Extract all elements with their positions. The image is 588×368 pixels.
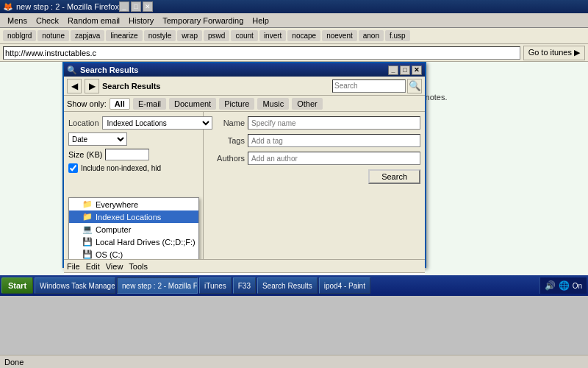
forward-button[interactable]: ▶ [85, 79, 99, 93]
include-checkbox[interactable] [68, 163, 78, 173]
start-button[interactable]: Start [1, 277, 33, 294]
search-menu-view[interactable]: View [106, 262, 123, 271]
date-row: Date [68, 132, 198, 146]
dropdown-os-c[interactable]: 💾 OS (C:) [69, 248, 198, 259]
name-row: Name [208, 116, 420, 130]
bookmark-nocape[interactable]: nocape [287, 30, 320, 41]
taskbar-f33[interactable]: F33 [233, 277, 256, 294]
status-text: Done [4, 358, 24, 367]
address-bar: Go to itunes ▶ [0, 44, 588, 62]
computer-icon: 💻 [82, 224, 93, 234]
search-menu-tools[interactable]: Tools [129, 262, 148, 271]
show-only-bar: Show only: All E-mail Document Picture M… [64, 96, 425, 112]
bookmark-notune[interactable]: notune [37, 30, 69, 41]
status-bar: Done [0, 355, 588, 368]
bookmark-anon[interactable]: anon [359, 30, 384, 41]
bookmark-invert[interactable]: invert [259, 30, 286, 41]
tray-icon-1: 🔊 [545, 280, 556, 291]
bookmark-zapjava[interactable]: zapjava [71, 30, 104, 41]
search-menu-edit[interactable]: Edit [86, 262, 100, 271]
search-right-panel: Name Tags Authors Search [204, 112, 425, 259]
maximize-button[interactable]: □ [131, 1, 141, 12]
bookmark-fusp[interactable]: f.usp [385, 30, 410, 41]
location-label: Location [68, 118, 99, 127]
menu-history[interactable]: History [124, 15, 158, 26]
minimize-button[interactable]: _ [119, 1, 129, 12]
search-body: Location Indexed Locations Everywhere Co… [64, 112, 425, 259]
include-label: Include non-indexed, hid [81, 164, 161, 172]
dropdown-indexed-locations[interactable]: 📁 Indexed Locations [69, 210, 198, 223]
menu-mens[interactable]: Mens [3, 15, 32, 26]
taskbar-firefox[interactable]: new step : 2 - Mozilla Fire... [117, 277, 198, 294]
drive-icon: 💾 [82, 237, 93, 247]
authors-row: Authors [208, 152, 420, 165]
browser-menu-bar: Mens Check Random email History Temporar… [0, 13, 588, 28]
bookmark-count[interactable]: count [231, 30, 257, 41]
bookmark-pswd[interactable]: pswd [204, 30, 229, 41]
dropdown-computer[interactable]: 💻 Computer [69, 223, 198, 236]
browser-title-icon: 🦊 [3, 2, 13, 12]
size-label: Size (KB) [68, 150, 102, 159]
search-minimize-button[interactable]: _ [388, 66, 398, 75]
bookmark-linearize[interactable]: linearize [106, 30, 142, 41]
name-label: Name [208, 118, 245, 127]
taskbar: Start Windows Task Manager new step : 2 … [0, 275, 588, 296]
tab-email[interactable]: E-mail [133, 98, 166, 110]
tab-other[interactable]: Other [292, 98, 323, 110]
tray-icon-2: 🌐 [559, 280, 570, 291]
search-box-right: 🔍 [332, 79, 422, 93]
taskbar-task-manager[interactable]: Windows Task Manager [35, 277, 115, 294]
system-tray: 🔊 🌐 On [539, 277, 587, 294]
search-window-title-bar: 🔍 Search Results _ □ ✕ [64, 63, 425, 77]
authors-label: Authors [208, 154, 245, 163]
close-button[interactable]: ✕ [143, 1, 153, 12]
folder-icon: 📁 [82, 199, 93, 209]
search-input-top[interactable] [332, 79, 406, 93]
search-menu-file[interactable]: File [67, 262, 80, 271]
tab-music[interactable]: Music [257, 98, 289, 110]
go-button[interactable]: Go to itunes ▶ [523, 46, 585, 60]
authors-input[interactable] [248, 152, 420, 165]
location-select[interactable]: Indexed Locations Everywhere Computer Lo… [102, 116, 212, 130]
date-select[interactable]: Date [68, 132, 127, 146]
tags-input[interactable] [248, 134, 420, 147]
folder-icon-2: 📁 [82, 212, 93, 222]
taskbar-itunes[interactable]: iTunes [199, 277, 232, 294]
search-maximize-button[interactable]: □ [400, 66, 410, 75]
taskbar-search-results[interactable]: Search Results [257, 277, 318, 294]
search-results-label: Search Results [102, 82, 329, 91]
tab-all[interactable]: All [110, 98, 130, 110]
menu-help[interactable]: Help [248, 15, 273, 26]
tags-row: Tags [208, 134, 420, 147]
tags-label: Tags [208, 136, 245, 145]
search-window-controls: _ □ ✕ [388, 66, 422, 75]
dropdown-local-hard-drives[interactable]: 💾 Local Hard Drives (C:;D:;F:) [69, 236, 198, 248]
size-input[interactable] [105, 149, 149, 160]
bookmark-noblgrd[interactable]: noblgrd [3, 30, 36, 41]
browser-content: In vista, be sure to check "search hidde… [0, 62, 588, 275]
search-toolbar: ◀ ▶ Search Results 🔍 [64, 77, 425, 96]
show-only-label: Show only: [67, 99, 107, 108]
search-button[interactable]: Search [368, 169, 420, 184]
bookmark-nostyle[interactable]: nostyle [144, 30, 176, 41]
search-results-window: 🔍 Search Results _ □ ✕ ◀ ▶ Search Result… [62, 62, 426, 268]
tray-time: On [573, 282, 582, 290]
menu-random-email[interactable]: Random email [63, 15, 124, 26]
name-input[interactable] [248, 116, 420, 130]
tab-document[interactable]: Document [169, 98, 216, 110]
dropdown-everywhere[interactable]: 📁 Everywhere [69, 198, 198, 210]
search-go-button[interactable]: 🔍 [407, 79, 422, 93]
search-window-title-text: Search Results [80, 66, 138, 74]
menu-temporary-forwarding[interactable]: Temporary Forwarding [158, 15, 248, 26]
bookmark-wrap[interactable]: wrap [177, 30, 202, 41]
back-button[interactable]: ◀ [67, 79, 82, 93]
address-input[interactable] [3, 46, 520, 60]
browser-title-text: new step : 2 - Mozilla Firefox [16, 2, 119, 11]
tab-picture[interactable]: Picture [219, 98, 254, 110]
bookmark-noevent[interactable]: noevent [322, 30, 357, 41]
taskbar-ipod4-paint[interactable]: ipod4 - Paint [319, 277, 370, 294]
size-row: Size (KB) [68, 149, 198, 160]
menu-check[interactable]: Check [32, 15, 63, 26]
search-close-button[interactable]: ✕ [412, 66, 422, 75]
search-menubar: File Edit View Tools [64, 259, 425, 272]
